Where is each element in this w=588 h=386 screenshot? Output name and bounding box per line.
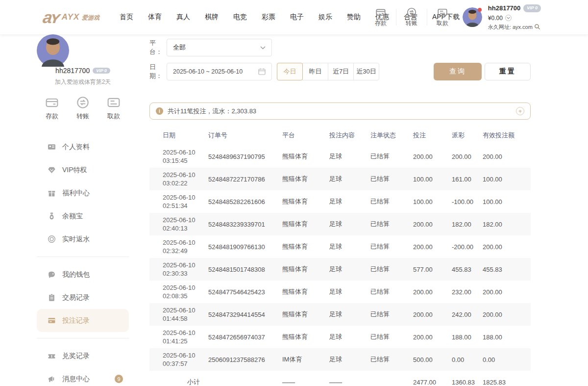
subtotal-row: 小计————2477.001360.831825.83 bbox=[149, 371, 531, 386]
sidebar-quick-action[interactable]: 转账 bbox=[76, 96, 89, 121]
topbar-quick-action[interactable]: 取款 bbox=[431, 7, 454, 27]
cell-payout: 161.00 bbox=[452, 168, 483, 190]
withdraw-card-icon bbox=[107, 96, 120, 109]
quick-date-button[interactable]: 近30日 bbox=[353, 63, 379, 80]
withdraw-card-icon bbox=[438, 7, 447, 17]
nav-item[interactable]: 真人 bbox=[169, 8, 197, 26]
cell-payout: 200.00 bbox=[452, 145, 483, 168]
cell-bet: 200.00 bbox=[413, 213, 452, 235]
table-row: 2025-06-1000:37:572506091237588276IM体育足球… bbox=[149, 348, 531, 371]
deposit-card-icon bbox=[376, 7, 386, 17]
cell-date: 2025-06-1003:15:45 bbox=[149, 145, 208, 168]
cell-status: 已结算 bbox=[370, 303, 413, 326]
cell-status: 已结算 bbox=[370, 168, 413, 190]
quick-date-button[interactable]: 昨日 bbox=[302, 63, 328, 80]
sidebar-item-ticket[interactable]: 兑奖记录 bbox=[37, 344, 129, 367]
cell-platform: 熊猫体育 bbox=[282, 190, 329, 213]
sidebar-quick-action[interactable]: 取款 bbox=[107, 96, 120, 121]
cell-valid: 0.00 bbox=[483, 348, 531, 371]
sidebar-item-gem[interactable]: VIP特权 bbox=[37, 158, 129, 181]
search-icon[interactable] bbox=[534, 24, 540, 30]
cell-content: 足球 bbox=[329, 281, 370, 303]
cell-date: 2025-06-1003:02:22 bbox=[149, 168, 208, 190]
cell-valid: 200.00 bbox=[483, 235, 531, 258]
notification-dot bbox=[478, 8, 482, 12]
topbar-quick-action[interactable]: 存款 bbox=[369, 7, 392, 27]
topbar-quick-action[interactable]: 转账 bbox=[400, 7, 423, 27]
sidebar-item-megaphone[interactable]: 消息中心9 bbox=[37, 367, 129, 386]
cell-platform: IM体育 bbox=[282, 348, 329, 371]
calendar-icon bbox=[258, 68, 266, 75]
quick-date-group: 今日昨日近7日近30日 bbox=[277, 63, 379, 80]
sidebar-item-money-pouch[interactable]: 余额宝 bbox=[37, 205, 129, 228]
cell-content: 足球 bbox=[329, 145, 370, 168]
platform-select-value: 全部 bbox=[173, 43, 186, 52]
sidebar-item-gift[interactable]: 福利中心 bbox=[37, 181, 129, 205]
message-count-badge: 9 bbox=[115, 375, 123, 383]
sidebar-item-id-card[interactable]: 个人资料 bbox=[37, 135, 129, 158]
cell-date: 2025-06-1002:32:49 bbox=[149, 235, 208, 258]
nav-item[interactable]: 电子 bbox=[283, 8, 311, 26]
reset-button[interactable]: 重置 bbox=[485, 63, 531, 80]
sidebar-vip-badge: VIP 0 bbox=[93, 68, 110, 74]
balance-refresh-chevron-icon[interactable] bbox=[505, 15, 512, 21]
query-button[interactable]: 查询 bbox=[434, 63, 482, 80]
username: hh2817700 bbox=[488, 3, 521, 13]
bet-record-icon bbox=[48, 316, 56, 325]
cell-date: 2025-06-1000:37:57 bbox=[149, 348, 208, 371]
sidebar-quick-action[interactable]: 存款 bbox=[46, 96, 58, 121]
table-row: 2025-06-1001:44:585248473294414554熊猫体育足球… bbox=[149, 303, 531, 326]
divider bbox=[396, 9, 396, 26]
gem-icon bbox=[48, 166, 56, 174]
sidebar-item-wallet[interactable]: 我的钱包 bbox=[37, 263, 129, 286]
cell-date: 2025-06-1002:08:35 bbox=[149, 281, 208, 303]
cell-status: 已结算 bbox=[370, 258, 413, 281]
expand-plus-icon[interactable]: + bbox=[516, 107, 524, 115]
sidebar-item-label: 消息中心 bbox=[62, 375, 90, 384]
sidebar-item-rebate[interactable]: 实时返水 bbox=[37, 228, 129, 251]
cell-valid: 188.00 bbox=[483, 326, 531, 348]
sidebar-avatar[interactable] bbox=[37, 34, 129, 67]
cell-bet: 100.00 bbox=[413, 190, 452, 213]
rebate-icon bbox=[48, 235, 56, 243]
cell-content: 足球 bbox=[329, 168, 370, 190]
cell-order: 5248483239339701 bbox=[208, 213, 282, 235]
nav-item[interactable]: 赞助 bbox=[340, 8, 368, 26]
cell-status: 已结算 bbox=[370, 235, 413, 258]
cell-valid: 182.00 bbox=[483, 213, 531, 235]
cell-status: 已结算 bbox=[370, 213, 413, 235]
cell-valid: 200.00 bbox=[483, 281, 531, 303]
logo-sub-text: 爱游戏 bbox=[82, 14, 99, 21]
summary-bar: i 共计11笔投注，流水：2,303.83 + bbox=[149, 103, 531, 120]
nav-item[interactable]: 电竞 bbox=[226, 8, 254, 26]
nav-item[interactable]: 首页 bbox=[112, 8, 141, 26]
sidebar-item-label: 福利中心 bbox=[62, 189, 90, 198]
top-bar: aʏ AYX 爱游戏 首页体育真人棋牌电竞彩票电子娱乐赞助优惠合营APP下载 存… bbox=[0, 0, 588, 34]
cell-content: 足球 bbox=[329, 348, 370, 371]
platform-filter-label: 平台： bbox=[149, 39, 167, 56]
avatar[interactable] bbox=[463, 7, 482, 27]
nav-item[interactable]: 娱乐 bbox=[311, 8, 340, 26]
logo-main-text: AYX bbox=[62, 12, 80, 22]
cell-platform: 熊猫体育 bbox=[282, 258, 329, 281]
cell-content: 足球 bbox=[329, 258, 370, 281]
nav-item[interactable]: 体育 bbox=[141, 8, 169, 26]
nav-item[interactable]: 彩票 bbox=[254, 8, 283, 26]
cell-payout: 242.00 bbox=[452, 303, 483, 326]
nav-item[interactable]: 棋牌 bbox=[197, 8, 226, 26]
date-range-value: 2025-06-10 ~ 2025-06-10 bbox=[173, 68, 243, 75]
site-logo[interactable]: aʏ AYX 爱游戏 bbox=[43, 9, 99, 26]
quick-date-button[interactable]: 近7日 bbox=[328, 63, 354, 80]
sidebar-item-bet-record[interactable]: 投注记录 bbox=[37, 309, 129, 332]
balance: ¥0.00 bbox=[488, 14, 503, 23]
cell-platform: 熊猫体育 bbox=[282, 213, 329, 235]
date-range-input[interactable]: 2025-06-10 ~ 2025-06-10 bbox=[167, 63, 272, 80]
cell-payout: 455.83 bbox=[452, 258, 483, 281]
platform-select[interactable]: 全部 bbox=[167, 39, 272, 56]
quick-date-button[interactable]: 今日 bbox=[277, 63, 303, 80]
cell-platform: 熊猫体育 bbox=[282, 281, 329, 303]
cell-content: 足球 bbox=[329, 213, 370, 235]
sidebar-item-clipboard[interactable]: 交易记录 bbox=[37, 286, 129, 309]
divider bbox=[427, 9, 427, 26]
cell-status: 已结算 bbox=[370, 190, 413, 213]
